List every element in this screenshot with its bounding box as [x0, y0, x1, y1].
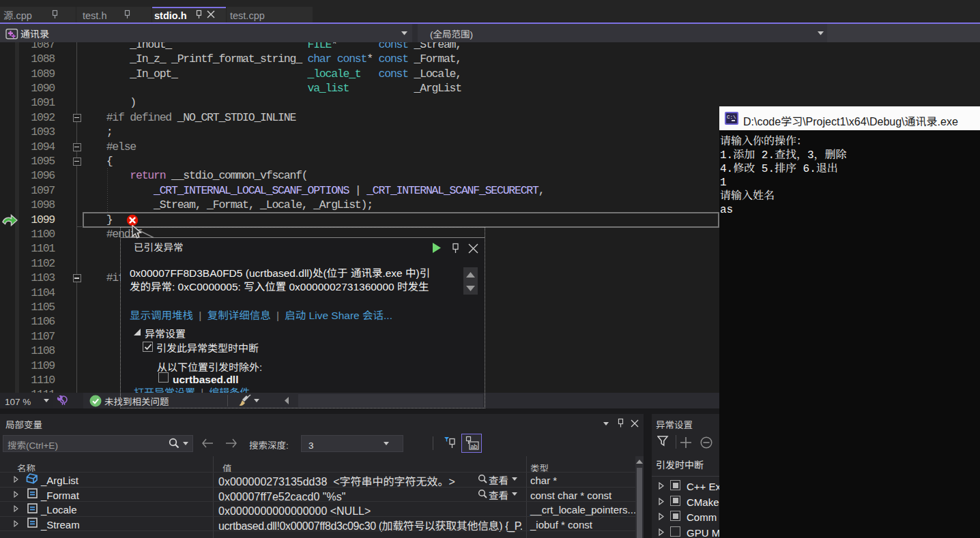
svg-text:C:\: C:\ [727, 115, 736, 120]
svg-text:ab: ab [471, 442, 478, 451]
